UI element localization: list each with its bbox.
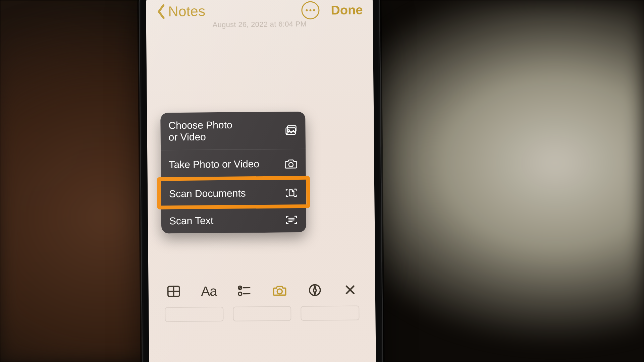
- close-icon: [342, 282, 358, 297]
- ellipsis-circle-icon[interactable]: [301, 1, 319, 19]
- checklist-icon: [236, 283, 252, 298]
- menu-item-label: Take Photo or Video: [169, 158, 259, 171]
- keyboard-row-hint: [165, 305, 359, 322]
- table-icon: [166, 284, 181, 299]
- done-button[interactable]: Done: [331, 3, 363, 17]
- scan-text-icon: [285, 214, 298, 226]
- table-button[interactable]: [165, 282, 183, 300]
- menu-take-photo-video[interactable]: Take Photo or Video: [161, 149, 306, 180]
- phone-body: Notes Done August 26, 2022 at 6:04 PM Ch…: [139, 0, 384, 362]
- svg-point-11: [277, 289, 282, 294]
- back-button[interactable]: Notes: [156, 3, 205, 19]
- scan-doc-icon: [284, 187, 298, 198]
- text-format-button[interactable]: Aa: [200, 282, 218, 300]
- aa-icon: Aa: [201, 284, 217, 299]
- menu-item-label: Scan Documents: [169, 187, 246, 199]
- back-label: Notes: [168, 3, 205, 19]
- phone-screen: Notes Done August 26, 2022 at 6:04 PM Ch…: [146, 0, 376, 362]
- checklist-button[interactable]: [235, 282, 253, 300]
- camera-icon: [284, 158, 298, 169]
- menu-choose-photo-video[interactable]: Choose Photo or Video: [160, 112, 306, 150]
- menu-item-label: Choose Photo or Video: [168, 119, 232, 143]
- photo-stack-icon: [284, 124, 297, 136]
- chevron-left-icon: [156, 4, 166, 19]
- camera-icon: [272, 283, 287, 298]
- note-date: August 26, 2022 at 6:04 PM: [146, 19, 373, 30]
- svg-point-3: [289, 162, 293, 167]
- markup-button[interactable]: [306, 281, 324, 299]
- dismiss-button[interactable]: [341, 281, 359, 299]
- svg-point-9: [238, 292, 242, 296]
- menu-scan-documents[interactable]: Scan Documents: [161, 178, 306, 209]
- attachment-menu: Choose Photo or Video Take Photo or Vide…: [160, 112, 306, 234]
- camera-button[interactable]: [270, 281, 288, 299]
- menu-scan-text[interactable]: Scan Text: [161, 207, 307, 234]
- keyboard-toolbar: Aa: [164, 277, 359, 304]
- markup-icon: [307, 282, 322, 298]
- menu-item-label: Scan Text: [169, 215, 214, 227]
